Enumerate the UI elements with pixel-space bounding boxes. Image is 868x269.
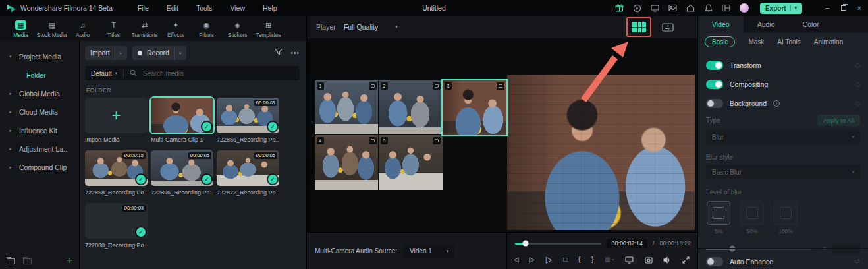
toggle-switch[interactable]: [706, 80, 723, 89]
properties-subtab[interactable]: AI Tools: [777, 38, 800, 45]
more-options-icon[interactable]: •••: [290, 49, 300, 57]
restore-button[interactable]: [841, 5, 846, 11]
apply-to-all-button[interactable]: Apply to All: [817, 115, 860, 126]
quality-dropdown[interactable]: Full Quality▾: [344, 23, 398, 31]
fullscreen-icon[interactable]: [682, 256, 690, 264]
properties-subtab[interactable]: Basic: [705, 36, 735, 47]
export-button[interactable]: Export▾: [760, 3, 802, 14]
sidebar-item[interactable]: ▸ Cloud Media: [0, 103, 79, 121]
search-input[interactable]: [143, 70, 294, 77]
media-tile[interactable]: + ✓ Multi-Camera Clip 1: [151, 98, 213, 143]
menu-item[interactable]: Tools: [196, 4, 213, 12]
menu-item[interactable]: View: [230, 4, 245, 12]
new-folder-icon[interactable]: [7, 258, 15, 264]
sidebar-item[interactable]: Folder: [0, 66, 79, 84]
layout-icon[interactable]: [722, 3, 731, 13]
blur-level-option[interactable]: 50%: [740, 201, 765, 235]
camera-view[interactable]: 1: [315, 80, 379, 135]
media-tab[interactable]: T Titles: [98, 18, 129, 38]
notifications-icon[interactable]: [704, 3, 713, 13]
minimize-button[interactable]: −: [825, 5, 829, 12]
sidebar-item[interactable]: ▸ Compound Clip: [0, 158, 79, 177]
tutorial-icon[interactable]: [633, 3, 642, 13]
properties-subtab[interactable]: Mask: [748, 38, 764, 45]
media-tile[interactable]: + 00:00:05 ✓ 722872_Recording Po...: [217, 150, 279, 196]
blur-level-percent: 50%: [740, 228, 765, 235]
camera-view[interactable]: 4: [315, 135, 379, 190]
picture-adjust-button[interactable]: [662, 22, 674, 34]
properties-subtab[interactable]: Animation: [814, 38, 843, 45]
properties-tab[interactable]: Color: [789, 16, 833, 33]
screen-record-icon[interactable]: [651, 3, 660, 13]
media-tab[interactable]: ▤ Stock Media: [36, 18, 67, 38]
play-icon[interactable]: ▷: [546, 255, 553, 264]
home-icon[interactable]: [686, 3, 695, 13]
media-tile[interactable]: + 00:00:03 ✓ 722866_Recording Po...: [217, 98, 279, 143]
type-select[interactable]: Blur▾: [706, 130, 860, 144]
media-tile[interactable]: + 00:00:05 ✓ 722896_Recording Po...: [151, 150, 213, 196]
media-tab[interactable]: ⊞ Templates: [253, 18, 284, 38]
toggle-switch[interactable]: [706, 99, 723, 108]
volume-icon[interactable]: [663, 256, 671, 264]
filter-icon[interactable]: [275, 47, 283, 59]
blur-level-option[interactable]: 5%: [706, 201, 731, 235]
properties-tab[interactable]: Audio: [744, 16, 789, 33]
avatar[interactable]: [740, 3, 749, 13]
player-panel: Player Full Quality▾ 1 2: [307, 16, 698, 269]
duration-badge: 00:00:05: [254, 152, 277, 159]
keyframe-icon[interactable]: ◇: [855, 80, 860, 88]
clear-icon[interactable]: ✕: [822, 245, 827, 252]
check-badge-icon: ✓: [136, 175, 146, 184]
screen-icon[interactable]: [625, 256, 634, 264]
keyframe-icon[interactable]: ◇: [855, 100, 860, 107]
media-tab[interactable]: ♫ Audio: [67, 18, 98, 38]
import-button[interactable]: Import▾: [85, 46, 127, 60]
render-preview-icon[interactable]: ▦▾: [605, 255, 614, 264]
sidebar-item[interactable]: ▸ Influence Kit: [0, 121, 79, 140]
blur-style-select[interactable]: Basic Blur▾: [706, 165, 860, 179]
mark-out-icon[interactable]: }: [591, 255, 593, 264]
multicam-view-button[interactable]: [632, 22, 646, 32]
sidebar-item[interactable]: ▸ Global Media: [0, 84, 79, 103]
auto-enhance-toggle[interactable]: [706, 257, 723, 266]
keyframe-icon[interactable]: ◇: [855, 61, 860, 69]
blur-slider-handle[interactable]: [730, 246, 736, 252]
media-tab[interactable]: ◉ Filters: [191, 18, 222, 38]
seek-bar[interactable]: [515, 243, 601, 245]
toggle-switch[interactable]: [706, 61, 723, 70]
media-tab[interactable]: ◈ Stickers: [222, 18, 253, 38]
record-button[interactable]: Record▾: [132, 46, 186, 60]
menu-item[interactable]: Help: [263, 4, 277, 12]
sidebar-item[interactable]: ▾ Project Media: [0, 47, 79, 66]
snapshot-icon[interactable]: [645, 256, 653, 264]
media-tab[interactable]: ✦ Effects: [160, 18, 191, 38]
camera-view[interactable]: 5: [379, 135, 443, 190]
next-frame-icon[interactable]: ▷: [529, 255, 535, 264]
mark-in-icon[interactable]: {: [578, 255, 580, 264]
menu-item[interactable]: Edit: [167, 4, 178, 12]
audio-source-dropdown[interactable]: Video 1▾: [404, 245, 454, 258]
media-tile[interactable]: + 00:00:15 ✓ 722868_Recording Po...: [85, 150, 148, 196]
caret-icon: ▸: [9, 128, 14, 133]
media-tile[interactable]: + 00:00:03 ✓ 722880_Recording Po...: [85, 203, 148, 249]
seek-handle[interactable]: [522, 241, 528, 247]
sidebar-item[interactable]: ▸ Adjustment La...: [0, 140, 79, 158]
properties-tab[interactable]: Video: [698, 16, 744, 33]
snapshot-icon[interactable]: [668, 3, 678, 13]
sort-dropdown[interactable]: Default▾: [91, 70, 117, 77]
delete-folder-icon[interactable]: [23, 258, 32, 264]
collapse-panel-icon[interactable]: ✛: [67, 257, 72, 264]
media-tab[interactable]: ⇄ Transitions: [129, 18, 160, 38]
menu-item[interactable]: File: [138, 4, 149, 12]
camera-view[interactable]: 3: [443, 80, 506, 135]
check-badge-icon: ✓: [268, 175, 277, 184]
reset-icon[interactable]: ↺: [855, 258, 860, 265]
gift-icon[interactable]: [615, 3, 624, 13]
camera-view[interactable]: 2: [379, 80, 443, 135]
media-tab[interactable]: ▦ Media: [5, 18, 36, 38]
stop-icon[interactable]: □: [563, 255, 567, 264]
media-tile[interactable]: + ✓ Import Media: [85, 98, 148, 143]
close-button[interactable]: ×: [857, 5, 861, 12]
previous-frame-icon[interactable]: ◁: [514, 255, 519, 264]
blur-level-option[interactable]: 100%: [773, 201, 798, 235]
